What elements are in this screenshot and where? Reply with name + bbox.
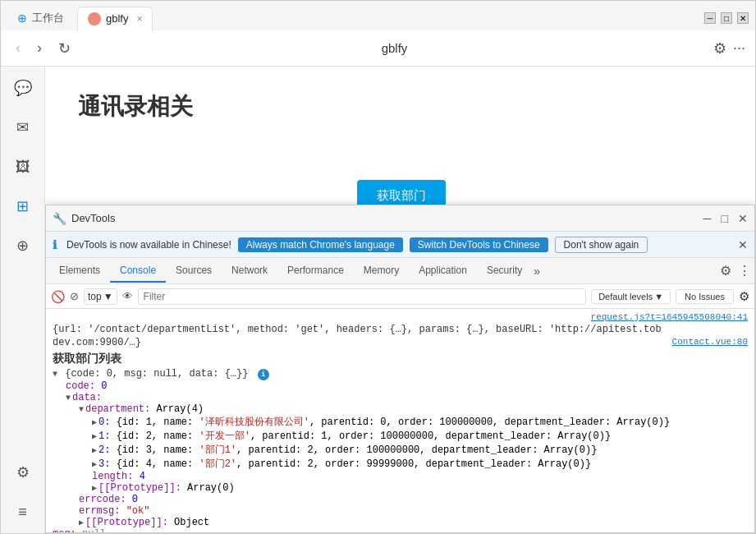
console-output: request.js?t=1645945508040:41 {url: '/co… [46,309,754,532]
sidebar-icon-mail[interactable]: ✉ [11,116,34,139]
console-request-line2: dev.com:9900/…} Contact.vue:80 [53,337,748,348]
devtools-maximize-button[interactable]: □ [722,212,728,225]
console-filter-input[interactable] [138,288,587,305]
console-toolbar: 🚫 ⊘ top ▼ 👁 Default levels ▼ No Issues [46,284,754,309]
settings-gear-icon[interactable]: ⚙ [720,263,731,279]
back-button[interactable]: ‹ [11,38,25,58]
console-eye-icon[interactable]: 👁 [122,290,133,302]
devtools-title: DevTools [71,212,115,224]
console-clear-icon[interactable]: ⊘ [70,290,79,302]
prototype2-line: ▶[[Prototype]]: Object [53,517,748,528]
main-area: 💬 ✉ 🖼 ⊞ ⊕ ⚙ ≡ 通讯录相关 获取部门 [1,67,755,533]
sidebar-icon-grid[interactable]: ⊞ [11,195,34,218]
lang-prompt-text: DevTools is now available in Chinese! [66,239,231,251]
sidebar-icon-image[interactable]: 🖼 [11,155,34,178]
devtools-minimize-button[interactable]: ─ [703,212,712,225]
dept-item0: ▶0: {id: 1, name: '泽昕科技股份有限公司', parentid… [53,415,748,429]
settings-icon[interactable]: ⚙ [713,39,726,58]
window-controls: ─ □ ✕ [704,12,749,24]
data-label: ▼data: [53,392,748,403]
length-line: length: 4 [53,471,748,482]
lang-prompt-close-icon[interactable]: ✕ [738,238,748,251]
console-context-selector[interactable]: top ▼ [84,288,117,305]
tab-workbench-label: 工作台 [32,11,64,25]
refresh-button[interactable]: ↻ [53,38,76,59]
obj-line: ▼ {code: 0, msg: null, data: {…}} i [53,368,748,380]
address-text: gblfy [382,41,408,55]
errcode-line: errcode: 0 [53,494,748,505]
tab-memory[interactable]: Memory [354,260,409,283]
tab-workbench[interactable]: ⊕ 工作台 [7,6,74,30]
forward-button[interactable]: › [32,38,47,58]
dont-show-button[interactable]: Don't show again [555,237,648,253]
info-badge[interactable]: i [258,369,269,380]
tab-console[interactable]: Console [110,260,166,283]
sidebar-icon-sliders[interactable]: ⚙ [11,461,34,484]
address-bar: gblfy [82,41,707,55]
default-levels-button[interactable]: Default levels ▼ [591,289,671,304]
msg-line: msg: null [53,528,748,532]
console-levels: Default levels ▼ No Issues ⚙ [591,289,749,304]
request-link[interactable]: request.js?t=1645945508040:41 [53,312,748,322]
devtools-tabs: Elements Console Sources Network Perform… [46,258,754,284]
sidebar-icon-add[interactable]: ⊕ [11,234,34,257]
levels-label: Default levels [598,292,653,302]
devtools-close-button[interactable]: ✕ [738,212,748,225]
code-line: code: 0 [53,380,748,392]
lang-prompt-bar: ℹ DevTools is now available in Chinese! … [46,232,754,258]
browser-window: ⊕ 工作台 gblfy × ─ □ ✕ ‹ › ↻ gblfy ⚙ ··· 💬 … [0,0,756,534]
errmsg-line: errmsg: "ok" [53,505,748,517]
close-button[interactable]: ✕ [737,12,749,24]
info-icon: ℹ [53,238,57,251]
request-text: {url: '/contact/departmentList', method:… [53,324,662,335]
tab-elements[interactable]: Elements [49,260,110,283]
request-text2: dev.com:9900/…} [53,337,141,348]
console-label: 获取部门列表 [53,352,748,366]
tab-network[interactable]: Network [222,260,277,283]
page-content: 通讯录相关 获取部门 🔧 DevTools ─ [45,67,755,533]
tab-application[interactable]: Application [409,260,477,283]
devtools-logo-icon: 🔧 [53,212,66,225]
dept-item1: ▶1: {id: 2, name: '开发一部', parentid: 1, o… [53,429,748,443]
tab-gblfy-label: gblfy [106,12,128,25]
title-bar: ⊕ 工作台 gblfy × ─ □ ✕ [1,1,755,30]
tab-performance[interactable]: Performance [277,260,354,283]
console-stop-icon[interactable]: 🚫 [51,290,65,303]
tab-sources[interactable]: Sources [166,260,222,283]
levels-chevron-icon: ▼ [654,292,663,302]
devtools-menu-icon[interactable]: ⋮ [738,263,751,279]
devtools-window-controls: ─ □ ✕ [703,212,748,225]
dept-item3: ▶3: {id: 4, name: '部门2', parentid: 2, or… [53,457,748,471]
sidebar-icon-menu[interactable]: ≡ [11,500,34,523]
devtools-settings: ⚙ ⋮ [720,263,751,279]
devtools-titlebar: 🔧 DevTools ─ □ ✕ [46,205,754,232]
always-match-button[interactable]: Always match Chrome's language [238,237,403,252]
sidebar-icon-chat[interactable]: 💬 [11,76,34,99]
page-inner: 通讯录相关 [45,67,755,163]
minimize-button[interactable]: ─ [704,12,716,24]
tab-gblfy[interactable]: gblfy × [77,7,153,30]
dept-item2: ▶2: {id: 3, name: '部门1', parentid: 2, or… [53,443,748,457]
no-issues-badge: No Issues [676,289,734,304]
tab-security[interactable]: Security [477,260,532,283]
more-tabs-icon[interactable]: » [534,265,540,278]
nav-bar: ‹ › ↻ gblfy ⚙ ··· [1,30,755,67]
console-settings-icon[interactable]: ⚙ [739,289,749,304]
devtools-panel: 🔧 DevTools ─ □ ✕ ℹ DevTools is now avail… [45,205,755,533]
tab-close-icon[interactable]: × [136,13,142,25]
sidebar: 💬 ✉ 🖼 ⊞ ⊕ ⚙ ≡ [1,67,45,533]
top-label: top [88,291,102,302]
console-request-line: {url: '/contact/departmentList', method:… [53,324,748,335]
page-title: 通讯录相关 [78,91,722,122]
more-icon[interactable]: ··· [733,39,745,57]
contact-link[interactable]: Contact.vue:80 [672,337,748,347]
switch-chinese-button[interactable]: Switch DevTools to Chinese [410,237,548,252]
prototype-line: ▶[[Prototype]]: Array(0) [53,482,748,494]
maximize-button[interactable]: □ [721,12,732,24]
dept-label: ▼department: Array(4) [53,403,748,415]
chevron-down-icon: ▼ [103,291,113,302]
